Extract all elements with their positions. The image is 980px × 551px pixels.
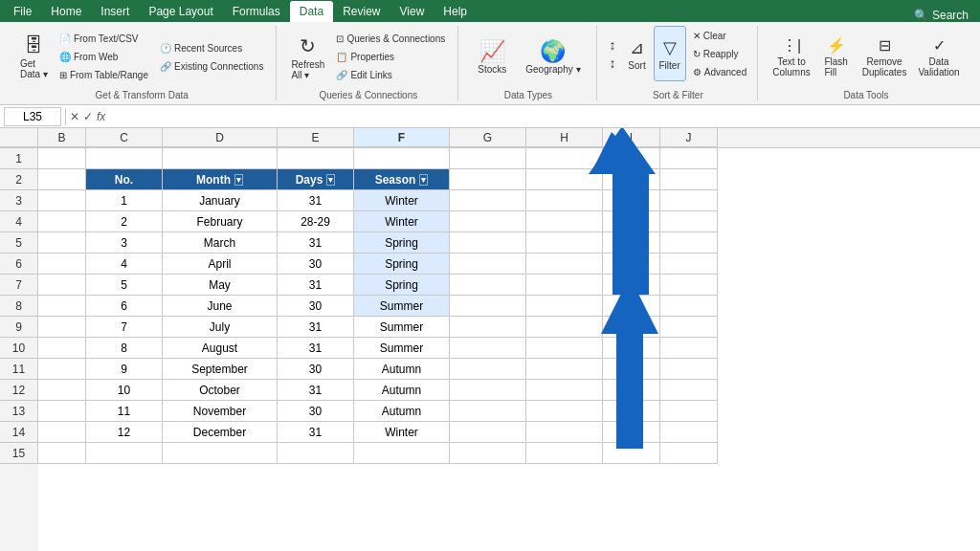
cell-g8[interactable] bbox=[450, 296, 526, 317]
cell-h14[interactable] bbox=[526, 422, 603, 443]
row-header-7[interactable]: 7 bbox=[0, 275, 38, 296]
cell-c11[interactable]: 9 bbox=[86, 359, 163, 380]
cell-f13[interactable]: Autumn bbox=[354, 401, 450, 422]
cell-b10[interactable] bbox=[38, 338, 86, 359]
cell-f3[interactable]: Winter bbox=[354, 190, 450, 211]
cell-g1[interactable] bbox=[450, 148, 526, 169]
tab-file[interactable]: File bbox=[4, 1, 41, 22]
cell-c6[interactable]: 4 bbox=[86, 253, 163, 275]
cell-h15[interactable] bbox=[526, 443, 603, 464]
cell-e2-header[interactable]: Days ▾ bbox=[278, 169, 354, 190]
cell-c3[interactable]: 1 bbox=[86, 190, 163, 211]
cell-i11[interactable] bbox=[603, 359, 660, 380]
season-filter-icon[interactable]: ▾ bbox=[419, 174, 428, 186]
cell-c13[interactable]: 11 bbox=[86, 401, 163, 422]
formula-input[interactable] bbox=[109, 110, 976, 123]
tab-insert[interactable]: Insert bbox=[91, 1, 139, 22]
cell-i10[interactable] bbox=[603, 338, 660, 359]
cell-j7[interactable] bbox=[660, 275, 718, 296]
cell-e11[interactable]: 30 bbox=[278, 359, 354, 380]
row-header-14[interactable]: 14 bbox=[0, 422, 38, 443]
cell-c9[interactable]: 7 bbox=[86, 317, 163, 338]
cell-c2-header[interactable]: No. bbox=[86, 169, 163, 190]
cell-g15[interactable] bbox=[450, 443, 526, 464]
col-header-j[interactable]: J bbox=[660, 128, 718, 147]
cell-f8[interactable]: Summer bbox=[354, 296, 450, 317]
cell-d15[interactable] bbox=[163, 443, 278, 464]
cell-e9[interactable]: 31 bbox=[278, 317, 354, 338]
cell-c4[interactable]: 2 bbox=[86, 211, 163, 232]
refresh-all-button[interactable]: ↻ RefreshAll ▾ bbox=[286, 30, 329, 85]
cell-e8[interactable]: 30 bbox=[278, 296, 354, 317]
cell-j11[interactable] bbox=[660, 359, 718, 380]
cell-d8[interactable]: June bbox=[163, 296, 278, 317]
cell-b12[interactable] bbox=[38, 380, 86, 401]
cell-e7[interactable]: 31 bbox=[278, 275, 354, 296]
cell-d13[interactable]: November bbox=[163, 401, 278, 422]
cell-b3[interactable] bbox=[38, 190, 86, 211]
cell-j2[interactable] bbox=[660, 169, 718, 190]
cell-b7[interactable] bbox=[38, 275, 86, 296]
cell-j15[interactable] bbox=[660, 443, 718, 464]
cell-g12[interactable] bbox=[450, 380, 526, 401]
tab-data[interactable]: Data bbox=[290, 1, 333, 22]
cell-d2-header[interactable]: Month ▾ bbox=[163, 169, 278, 190]
cell-e6[interactable]: 30 bbox=[278, 253, 354, 275]
cell-g14[interactable] bbox=[450, 422, 526, 443]
row-header-2[interactable]: 2 bbox=[0, 169, 38, 190]
tab-home[interactable]: Home bbox=[41, 1, 91, 22]
col-header-c[interactable]: C bbox=[86, 128, 163, 147]
cell-d9[interactable]: July bbox=[163, 317, 278, 338]
cell-j12[interactable] bbox=[660, 380, 718, 401]
from-text-csv-button[interactable]: 📄 From Text/CSV bbox=[55, 31, 153, 48]
cell-i15[interactable] bbox=[603, 443, 660, 464]
cell-f7[interactable]: Spring bbox=[354, 275, 450, 296]
cell-h13[interactable] bbox=[526, 401, 603, 422]
cell-b15[interactable] bbox=[38, 443, 86, 464]
cell-c12[interactable]: 10 bbox=[86, 380, 163, 401]
cell-f15[interactable] bbox=[354, 443, 450, 464]
tab-view[interactable]: View bbox=[390, 1, 434, 22]
cell-b8[interactable] bbox=[38, 296, 86, 317]
get-data-button[interactable]: 🗄 GetData ▾ bbox=[15, 30, 53, 85]
cell-b6[interactable] bbox=[38, 253, 86, 275]
row-header-8[interactable]: 8 bbox=[0, 296, 38, 317]
days-filter-icon[interactable]: ▾ bbox=[326, 174, 335, 186]
cell-e14[interactable]: 31 bbox=[278, 422, 354, 443]
cell-g7[interactable] bbox=[450, 275, 526, 296]
row-header-3[interactable]: 3 bbox=[0, 190, 38, 211]
cell-g4[interactable] bbox=[450, 211, 526, 232]
cell-j1[interactable] bbox=[660, 148, 718, 169]
cell-h5[interactable] bbox=[526, 232, 603, 253]
cell-h1[interactable] bbox=[526, 148, 603, 169]
name-box[interactable] bbox=[4, 107, 61, 126]
cell-e15[interactable] bbox=[278, 443, 354, 464]
cell-i5[interactable] bbox=[603, 232, 660, 253]
cell-i4[interactable] bbox=[603, 211, 660, 232]
cell-f5[interactable]: Spring bbox=[354, 232, 450, 253]
cell-f2-header[interactable]: Season ▾ bbox=[354, 169, 450, 190]
row-header-1[interactable]: 1 bbox=[0, 148, 38, 169]
reapply-button[interactable]: ↻ Reapply bbox=[688, 45, 751, 62]
flash-fill-button[interactable]: ⚡ FlashFill bbox=[817, 30, 856, 85]
cell-i13[interactable] bbox=[603, 401, 660, 422]
cell-c8[interactable]: 6 bbox=[86, 296, 163, 317]
cell-i8[interactable] bbox=[603, 296, 660, 317]
col-header-e[interactable]: E bbox=[278, 128, 354, 147]
cell-b2[interactable] bbox=[38, 169, 86, 190]
cell-c10[interactable]: 8 bbox=[86, 338, 163, 359]
cell-j14[interactable] bbox=[660, 422, 718, 443]
cell-c14[interactable]: 12 bbox=[86, 422, 163, 443]
cell-h8[interactable] bbox=[526, 296, 603, 317]
cell-f1[interactable] bbox=[354, 148, 450, 169]
row-header-12[interactable]: 12 bbox=[0, 380, 38, 401]
sort-az-button[interactable]: ↕ bbox=[605, 36, 621, 54]
cell-g13[interactable] bbox=[450, 401, 526, 422]
cell-j5[interactable] bbox=[660, 232, 718, 253]
row-header-9[interactable]: 9 bbox=[0, 317, 38, 338]
tab-formulas[interactable]: Formulas bbox=[223, 1, 290, 22]
cell-b13[interactable] bbox=[38, 401, 86, 422]
cell-h12[interactable] bbox=[526, 380, 603, 401]
cell-d10[interactable]: August bbox=[163, 338, 278, 359]
cell-h3[interactable] bbox=[526, 190, 603, 211]
